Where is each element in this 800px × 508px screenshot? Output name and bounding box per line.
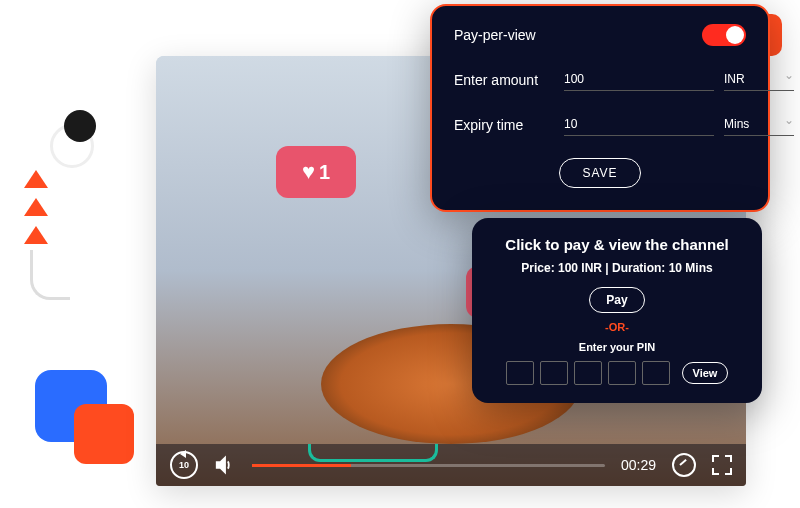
ppv-toggle-label: Pay-per-view (454, 27, 564, 43)
expiry-label: Expiry time (454, 117, 564, 133)
pin-label: Enter your PIN (488, 341, 746, 353)
playback-speed-button[interactable] (672, 453, 696, 477)
heart-icon: ♥ (302, 159, 315, 185)
video-controls: 10 00:29 (156, 444, 746, 486)
ppv-config-panel: Pay-per-view Enter amount INR Expiry tim… (430, 4, 770, 212)
current-time: 00:29 (621, 457, 656, 473)
pay-view-panel: Click to pay & view the channel Price: 1… (472, 218, 762, 403)
deco-triangle (24, 198, 48, 216)
or-divider: -OR- (488, 321, 746, 333)
pin-digit-3[interactable] (574, 361, 602, 385)
deco-triangle (24, 170, 48, 188)
pay-title: Click to pay & view the channel (488, 236, 746, 253)
volume-button[interactable] (214, 454, 236, 476)
rewind-seconds: 10 (179, 460, 189, 470)
expiry-unit-value: Mins (724, 117, 749, 131)
amount-input[interactable] (564, 68, 714, 91)
deco-green-underline (308, 444, 438, 462)
pin-digit-1[interactable] (506, 361, 534, 385)
pin-digit-5[interactable] (642, 361, 670, 385)
currency-value: INR (724, 72, 745, 86)
pin-digit-4[interactable] (608, 361, 636, 385)
like-badge: ♥ 1 (276, 146, 356, 198)
progress-fill (252, 464, 351, 467)
ppv-toggle[interactable] (702, 24, 746, 46)
pay-subtitle: Price: 100 INR | Duration: 10 Mins (488, 261, 746, 275)
amount-label: Enter amount (454, 72, 564, 88)
pay-button[interactable]: Pay (589, 287, 644, 313)
progress-bar[interactable] (252, 464, 605, 467)
deco-curve-line (30, 250, 70, 300)
fullscreen-button[interactable] (712, 455, 732, 475)
pin-input-row: View (488, 361, 746, 385)
deco-triangle (24, 226, 48, 244)
currency-select[interactable]: INR (724, 68, 794, 91)
save-button[interactable]: SAVE (559, 158, 640, 188)
view-button[interactable]: View (682, 362, 729, 384)
like-count: 1 (319, 161, 330, 184)
expiry-unit-select[interactable]: Mins (724, 113, 794, 136)
rewind-10-button[interactable]: 10 (170, 451, 198, 479)
expiry-input[interactable] (564, 113, 714, 136)
pin-digit-2[interactable] (540, 361, 568, 385)
